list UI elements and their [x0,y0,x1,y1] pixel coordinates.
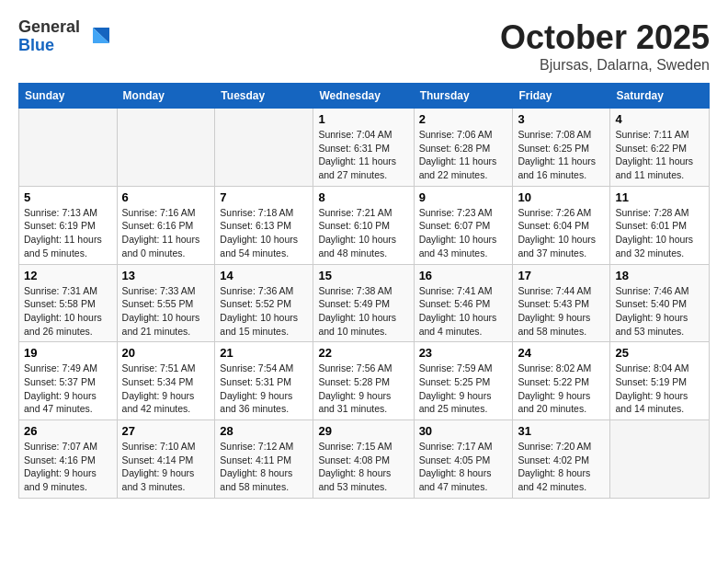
day-info: Sunrise: 7:12 AM Sunset: 4:11 PM Dayligh… [220,440,308,494]
day-number: 11 [615,190,704,204]
calendar-cell: 6Sunrise: 7:16 AM Sunset: 6:16 PM Daylig… [117,186,215,264]
title-block: October 2025 Bjursas, Dalarna, Sweden [500,18,710,74]
day-number: 1 [318,112,408,126]
calendar-cell [610,420,710,499]
day-info: Sunrise: 7:21 AM Sunset: 6:10 PM Dayligh… [318,206,408,260]
calendar-cell: 10Sunrise: 7:26 AM Sunset: 6:04 PM Dayli… [513,186,610,264]
day-info: Sunrise: 7:31 AM Sunset: 5:58 PM Dayligh… [24,284,112,339]
day-number: 9 [419,190,508,204]
day-info: Sunrise: 7:26 AM Sunset: 6:04 PM Dayligh… [518,206,605,260]
day-number: 29 [318,424,408,438]
day-info: Sunrise: 7:15 AM Sunset: 4:08 PM Dayligh… [318,440,408,494]
day-number: 25 [615,346,704,360]
calendar-cell: 21Sunrise: 7:54 AM Sunset: 5:31 PM Dayli… [215,342,313,420]
day-number: 18 [615,269,704,282]
page-header: General Blue October 2025 Bjursas, Dalar… [18,18,710,74]
calendar-cell: 1Sunrise: 7:04 AM Sunset: 6:31 PM Daylig… [313,109,414,187]
day-info: Sunrise: 7:38 AM Sunset: 5:49 PM Dayligh… [318,284,408,339]
day-number: 5 [24,190,112,204]
day-info: Sunrise: 7:44 AM Sunset: 5:43 PM Dayligh… [518,284,605,339]
calendar-cell [215,109,313,187]
calendar-cell: 29Sunrise: 7:15 AM Sunset: 4:08 PM Dayli… [313,420,414,499]
day-info: Sunrise: 7:10 AM Sunset: 4:14 PM Dayligh… [122,440,210,494]
calendar-week-row: 19Sunrise: 7:49 AM Sunset: 5:37 PM Dayli… [19,342,710,420]
calendar-cell: 8Sunrise: 7:21 AM Sunset: 6:10 PM Daylig… [313,186,414,264]
calendar-week-row: 1Sunrise: 7:04 AM Sunset: 6:31 PM Daylig… [19,109,710,187]
logo: General Blue [18,18,111,55]
calendar-week-row: 26Sunrise: 7:07 AM Sunset: 4:16 PM Dayli… [19,420,710,499]
day-number: 10 [518,190,605,204]
calendar-week-row: 12Sunrise: 7:31 AM Sunset: 5:58 PM Dayli… [19,264,710,342]
weekday-header-row: SundayMondayTuesdayWednesdayThursdayFrid… [19,84,710,109]
calendar-cell [117,109,215,187]
calendar-cell: 25Sunrise: 8:04 AM Sunset: 5:19 PM Dayli… [610,342,710,420]
day-number: 31 [518,424,605,438]
calendar-cell: 27Sunrise: 7:10 AM Sunset: 4:14 PM Dayli… [117,420,215,499]
day-number: 7 [220,190,308,204]
day-info: Sunrise: 7:51 AM Sunset: 5:34 PM Dayligh… [122,362,210,416]
day-info: Sunrise: 7:07 AM Sunset: 4:16 PM Dayligh… [24,440,112,494]
location-subtitle: Bjursas, Dalarna, Sweden [500,57,710,74]
calendar-cell: 31Sunrise: 7:20 AM Sunset: 4:02 PM Dayli… [513,420,610,499]
day-number: 21 [220,346,308,360]
day-info: Sunrise: 7:18 AM Sunset: 6:13 PM Dayligh… [220,206,308,260]
calendar-cell: 2Sunrise: 7:06 AM Sunset: 6:28 PM Daylig… [414,109,513,187]
day-number: 2 [419,112,508,126]
calendar-cell: 13Sunrise: 7:33 AM Sunset: 5:55 PM Dayli… [117,264,215,342]
day-info: Sunrise: 7:41 AM Sunset: 5:46 PM Dayligh… [419,284,508,339]
day-number: 13 [122,269,210,282]
calendar-week-row: 5Sunrise: 7:13 AM Sunset: 6:19 PM Daylig… [19,186,710,264]
calendar-cell: 26Sunrise: 7:07 AM Sunset: 4:16 PM Dayli… [19,420,118,499]
weekday-header-saturday: Saturday [610,84,710,109]
day-number: 20 [122,346,210,360]
calendar-cell: 4Sunrise: 7:11 AM Sunset: 6:22 PM Daylig… [610,109,710,187]
day-info: Sunrise: 7:46 AM Sunset: 5:40 PM Dayligh… [615,284,704,339]
weekday-header-monday: Monday [117,84,215,109]
day-number: 17 [518,269,605,282]
day-info: Sunrise: 7:17 AM Sunset: 4:05 PM Dayligh… [419,440,508,494]
day-number: 12 [24,269,112,282]
calendar-cell: 15Sunrise: 7:38 AM Sunset: 5:49 PM Dayli… [313,264,414,342]
calendar-table: SundayMondayTuesdayWednesdayThursdayFrid… [18,83,710,499]
day-number: 24 [518,346,605,360]
weekday-header-wednesday: Wednesday [313,84,414,109]
calendar-cell: 16Sunrise: 7:41 AM Sunset: 5:46 PM Dayli… [414,264,513,342]
day-info: Sunrise: 7:56 AM Sunset: 5:28 PM Dayligh… [318,362,408,416]
day-number: 26 [24,424,112,438]
calendar-cell: 28Sunrise: 7:12 AM Sunset: 4:11 PM Dayli… [215,420,313,499]
calendar-cell: 24Sunrise: 8:02 AM Sunset: 5:22 PM Dayli… [513,342,610,420]
day-info: Sunrise: 7:20 AM Sunset: 4:02 PM Dayligh… [518,440,605,494]
day-info: Sunrise: 7:16 AM Sunset: 6:16 PM Dayligh… [122,206,210,260]
calendar-cell: 22Sunrise: 7:56 AM Sunset: 5:28 PM Dayli… [313,342,414,420]
day-number: 28 [220,424,308,438]
day-info: Sunrise: 8:02 AM Sunset: 5:22 PM Dayligh… [518,362,605,416]
calendar-cell: 7Sunrise: 7:18 AM Sunset: 6:13 PM Daylig… [215,186,313,264]
month-title: October 2025 [500,18,710,57]
calendar-cell: 30Sunrise: 7:17 AM Sunset: 4:05 PM Dayli… [414,420,513,499]
day-number: 15 [318,269,408,282]
calendar-cell: 3Sunrise: 7:08 AM Sunset: 6:25 PM Daylig… [513,109,610,187]
weekday-header-tuesday: Tuesday [215,84,313,109]
day-info: Sunrise: 7:54 AM Sunset: 5:31 PM Dayligh… [220,362,308,416]
day-info: Sunrise: 7:04 AM Sunset: 6:31 PM Dayligh… [318,128,408,182]
calendar-cell: 5Sunrise: 7:13 AM Sunset: 6:19 PM Daylig… [19,186,118,264]
day-number: 19 [24,346,112,360]
day-number: 27 [122,424,210,438]
day-info: Sunrise: 7:08 AM Sunset: 6:25 PM Dayligh… [518,128,605,182]
day-number: 6 [122,190,210,204]
day-number: 16 [419,269,508,282]
calendar-cell: 19Sunrise: 7:49 AM Sunset: 5:37 PM Dayli… [19,342,118,420]
calendar-cell: 18Sunrise: 7:46 AM Sunset: 5:40 PM Dayli… [610,264,710,342]
calendar-header: SundayMondayTuesdayWednesdayThursdayFrid… [19,84,710,109]
calendar-cell [19,109,118,187]
day-info: Sunrise: 7:33 AM Sunset: 5:55 PM Dayligh… [122,284,210,339]
day-info: Sunrise: 8:04 AM Sunset: 5:19 PM Dayligh… [615,362,704,416]
day-info: Sunrise: 7:11 AM Sunset: 6:22 PM Dayligh… [615,128,704,182]
day-info: Sunrise: 7:13 AM Sunset: 6:19 PM Dayligh… [24,206,112,260]
day-info: Sunrise: 7:28 AM Sunset: 6:01 PM Dayligh… [615,206,704,260]
day-number: 8 [318,190,408,204]
logo-icon [84,23,111,51]
calendar-cell: 9Sunrise: 7:23 AM Sunset: 6:07 PM Daylig… [414,186,513,264]
weekday-header-friday: Friday [513,84,610,109]
day-number: 23 [419,346,508,360]
